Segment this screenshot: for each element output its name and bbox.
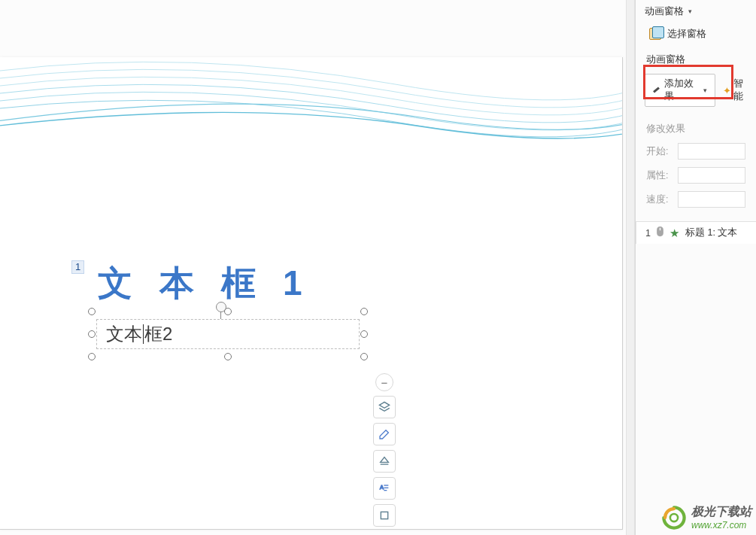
resize-handle-w[interactable] (88, 330, 96, 338)
textbox-selected[interactable]: 文本 框2 (92, 312, 364, 357)
resize-handle-ne[interactable] (360, 308, 368, 315)
text-format-icon[interactable]: A (373, 477, 396, 500)
smart-label: 智能 (733, 78, 750, 103)
svg-marker-0 (379, 402, 389, 408)
svg-rect-6 (381, 512, 387, 518)
animation-pane: 动画窗格 ▾ 选择窗格 动画窗格 添加效果 ▾ ✦ 智能 修改效果 开始: 属性… (635, 0, 756, 535)
resize-handle-s[interactable] (224, 353, 232, 360)
collapse-toolbar-button[interactable]: − (375, 373, 393, 391)
selection-pane-icon (649, 28, 661, 40)
speed-select[interactable] (678, 191, 745, 208)
workspace: 1 文本框1 文本 框2 − (0, 0, 632, 535)
resize-handle-e[interactable] (360, 330, 368, 338)
resize-handle-n[interactable] (224, 308, 232, 315)
star-icon: ✦ (723, 85, 731, 96)
animation-order: 1 (645, 228, 651, 239)
smart-animation-button[interactable]: ✦ 智能 (723, 78, 750, 103)
modify-effect-section: 修改效果 开始: 属性: 速度: (636, 111, 756, 208)
svg-text:A: A (380, 484, 384, 491)
pane-title: 动画窗格 (645, 5, 684, 18)
slide-canvas[interactable]: 1 文本框1 文本 框2 − (0, 57, 623, 530)
chevron-down-icon: ▾ (703, 87, 707, 94)
animation-target-label: 标题 1: 文本 (685, 226, 737, 239)
select-pane-button[interactable]: 选择窗格 (636, 23, 756, 44)
start-label: 开始: (646, 145, 672, 158)
animation-list-item[interactable]: 1 ★ 标题 1: 文本 (636, 221, 756, 244)
speed-label: 速度: (646, 193, 672, 206)
add-effect-button[interactable]: 添加效果 ▾ (645, 74, 715, 107)
resize-frame-icon[interactable] (373, 504, 396, 527)
wave-background (0, 57, 622, 140)
textbox-text-before: 文本 (106, 322, 142, 346)
title-placeholder[interactable]: 文本框1 (98, 260, 369, 307)
fly-effect-icon: ★ (669, 228, 680, 239)
pane-title-dropdown[interactable]: 动画窗格 ▾ (636, 0, 756, 23)
brush-icon[interactable] (373, 423, 396, 445)
resize-handle-sw[interactable] (88, 353, 96, 360)
chevron-down-icon: ▾ (688, 8, 692, 15)
resize-handle-nw[interactable] (88, 308, 96, 315)
attribute-select[interactable] (678, 167, 745, 184)
title-text: 文本框1 (98, 260, 369, 307)
add-effect-label: 添加效果 (664, 78, 699, 103)
pane-subtitle: 动画窗格 (636, 44, 756, 71)
textbox-text-after: 框2 (144, 322, 172, 346)
text-caret (143, 324, 144, 344)
fill-icon[interactable] (373, 450, 396, 473)
textbox-editable-area[interactable]: 文本 框2 (96, 319, 360, 349)
pencil-icon (653, 86, 661, 95)
resize-handle-se[interactable] (360, 353, 368, 360)
layers-icon[interactable] (373, 396, 396, 418)
animation-order-tag[interactable]: 1 (71, 260, 84, 274)
mouse-trigger-icon (656, 226, 664, 239)
start-select[interactable] (678, 143, 745, 160)
modify-effect-title: 修改效果 (646, 122, 745, 135)
attribute-label: 属性: (646, 169, 672, 182)
select-pane-label: 选择窗格 (667, 27, 706, 41)
floating-shape-toolbar: − A ••• (373, 373, 397, 530)
vertical-scrollbar[interactable] (626, 0, 635, 535)
